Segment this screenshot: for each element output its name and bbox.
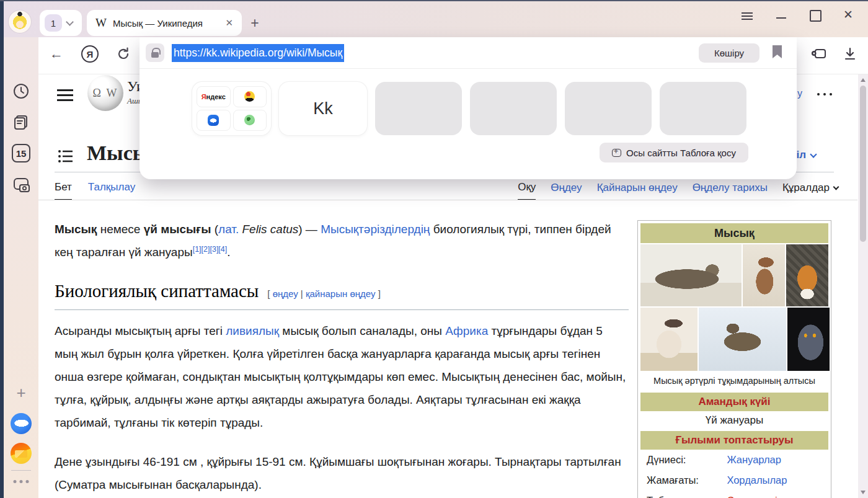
section-heading: Биологиялық сипаттамасы[ өңдеу | қайнары… <box>55 280 629 310</box>
tile-yandex-folder[interactable]: Яндекс <box>192 82 271 135</box>
paragraph-origin: Асыранды мысықтың арғы тегі ливиялық мыс… <box>55 319 629 434</box>
window-menu-icon[interactable] <box>742 11 755 23</box>
window-maximize-button[interactable] <box>808 9 822 21</box>
wiki-tabs-left: Бет Талқылау <box>55 181 135 200</box>
tile-yandex-green[interactable] <box>233 110 267 131</box>
yandex-disk-icon[interactable] <box>11 413 32 434</box>
cat-photo-abyssinian[interactable] <box>743 244 785 306</box>
window-minimize-button[interactable] <box>775 9 789 21</box>
infobox-section-status: Амандық күйі <box>640 393 828 411</box>
cat-photo-ginger[interactable] <box>786 244 828 306</box>
window-top-edge <box>0 0 868 1</box>
profile-avatar[interactable] <box>9 11 31 33</box>
cat-photo-siamese[interactable] <box>640 308 698 371</box>
dropdown-divider <box>140 68 797 69</box>
wiki-header-partial-link[interactable]: у <box>797 88 802 99</box>
disk-icon <box>208 115 219 126</box>
tab-title: Мысық — Уикипедия <box>113 18 219 29</box>
chevron-down-icon[interactable] <box>66 18 74 26</box>
wikipedia-logo[interactable] <box>87 75 123 111</box>
lock-chip[interactable] <box>146 43 164 62</box>
tile-yandex-search[interactable]: Яндекс <box>197 86 231 107</box>
bookmark-icon[interactable] <box>773 45 782 58</box>
tab-close-icon[interactable]: ✕ <box>225 17 233 29</box>
infobox-section-taxonomy: Ғылыми топтастыруы <box>640 431 828 450</box>
notes-icon[interactable] <box>12 113 30 131</box>
extensions-icon[interactable] <box>810 45 828 63</box>
cat-photo-grey[interactable] <box>787 308 830 371</box>
tab-count-badge[interactable]: 1 <box>45 14 62 32</box>
add-to-tablo-button[interactable]: Осы сайтты Таблоға қосу <box>600 143 748 162</box>
tile-kk-wikipedia[interactable]: Kk <box>279 82 367 135</box>
url-input[interactable]: https://kk.wikipedia.org/wiki/Мысық <box>172 44 344 62</box>
download-icon[interactable] <box>841 45 859 63</box>
copy-url-button[interactable]: Көшіру <box>699 43 760 63</box>
infobox-status-value: Үй жануары <box>640 411 828 430</box>
cat-photo-snow-tabby[interactable] <box>699 308 786 371</box>
contents-list-icon[interactable] <box>58 149 74 166</box>
titlebar: 1 W Мысық — Уикипедия ✕ <box>0 0 868 37</box>
scrollbar-down-icon[interactable] <box>861 491 866 494</box>
infobox-photo-row-2 <box>640 308 828 371</box>
tab-tools-label: Құралдар <box>782 182 830 194</box>
separator: | <box>298 288 306 299</box>
add-to-tablo-label: Осы сайтты Таблоға қосу <box>626 148 736 158</box>
sidebar-add-icon[interactable] <box>16 383 25 402</box>
tab-edit-source[interactable]: Қайнарын өңдеу <box>597 182 678 200</box>
taxonomy-label: Табы: <box>640 495 727 498</box>
taxonomy-row-class: Табы: Сүткоректілер <box>640 491 828 498</box>
yandex-home-icon[interactable] <box>81 45 99 63</box>
calendar-date-badge[interactable]: 15 <box>12 144 30 162</box>
page-scrollbar[interactable] <box>858 74 868 498</box>
tab-article[interactable]: Бет <box>55 181 72 200</box>
tab-read[interactable]: Оқу <box>518 181 536 200</box>
infobox: Мысық Мысық әртүрлі тұқымдарының алтысы … <box>637 220 831 498</box>
window-left-edge <box>0 0 4 498</box>
history-icon[interactable] <box>12 82 30 100</box>
wiki-menu-icon[interactable] <box>57 86 73 104</box>
scrollbar-thumb[interactable] <box>860 86 866 242</box>
edit-link[interactable]: өңдеу <box>273 288 298 299</box>
tab-group-pill[interactable]: 1 <box>40 10 82 36</box>
taxonomy-red-link[interactable]: Сүткоректілер <box>727 495 828 498</box>
add-plus-icon <box>612 149 621 157</box>
green-service-icon <box>244 115 255 125</box>
tile-empty-1[interactable] <box>375 82 462 135</box>
browser-sidebar: 15 <box>4 37 38 498</box>
tile-kinopoisk[interactable] <box>233 86 267 107</box>
infobox-caption: Мысық әртүрлі тұқымдарының алтысы <box>640 371 828 391</box>
tablo-tiles: Яндекс Kk <box>192 82 746 135</box>
new-tab-button[interactable] <box>246 14 264 32</box>
taxonomy-row-kingdom: Дүниесі: Жануарлар <box>640 450 828 470</box>
tabs-divider <box>38 200 857 200</box>
window-close-button[interactable] <box>843 7 857 20</box>
chevron-down-icon <box>833 184 839 190</box>
tile-empty-2[interactable] <box>470 82 557 135</box>
tab-talk[interactable]: Талқылау <box>88 181 135 200</box>
tile-empty-3[interactable] <box>565 82 652 135</box>
edit-source-link[interactable]: қайнарын өңдеу <box>306 288 376 299</box>
browser-tab[interactable]: W Мысық — Уикипедия ✕ <box>87 10 242 36</box>
sidebar-more-icon[interactable] <box>14 480 29 483</box>
kinopoisk-icon <box>244 91 255 102</box>
infobox-title: Мысық <box>640 223 828 243</box>
screenshot-icon[interactable] <box>11 175 31 195</box>
back-button[interactable] <box>47 45 66 63</box>
yandex-wordmark-first: Я <box>202 93 206 100</box>
taxonomy-link[interactable]: Хордалылар <box>727 474 828 486</box>
tab-edit[interactable]: Өңдеу <box>551 182 582 200</box>
tab-tools[interactable]: Құралдар <box>782 182 838 200</box>
tab-history[interactable]: Өңделу тарихы <box>693 182 768 200</box>
wiki-more-options-icon[interactable] <box>817 93 832 96</box>
tile-yandex-disk[interactable] <box>197 110 231 131</box>
yandex-mail-icon[interactable] <box>11 443 32 464</box>
article-body: Мысық немесе үй мысығы (лат. Felis catus… <box>55 208 629 498</box>
sidebar-divider <box>11 470 31 471</box>
cat-photo-tabby-lying[interactable] <box>640 244 742 306</box>
taxonomy-link[interactable]: Жануарлар <box>727 454 828 466</box>
paragraph-lead: Мысық немесе үй мысығы (лат. Felis catus… <box>55 218 629 264</box>
refresh-button[interactable] <box>114 45 133 63</box>
tile-empty-4[interactable] <box>660 82 746 135</box>
scrollbar-up-icon[interactable] <box>861 78 866 82</box>
section-heading-text: Биологиялық сипаттамасы <box>55 281 259 301</box>
